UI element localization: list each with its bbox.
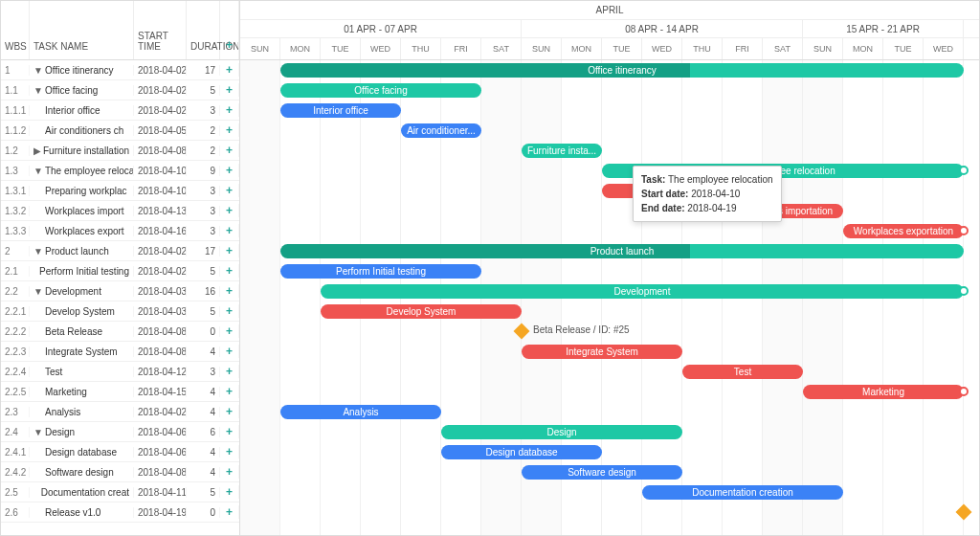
gantt-bar[interactable]: Analysis <box>280 405 441 419</box>
name-cell[interactable]: Design database <box>30 447 134 458</box>
name-cell[interactable]: ▼Product launch <box>30 246 134 257</box>
task-row[interactable]: 2.4▼Design2018-04-066+ <box>1 422 239 442</box>
name-cell[interactable]: ▼Office itinerancy <box>30 65 134 76</box>
toggle-icon[interactable]: ▼ <box>33 286 43 297</box>
name-cell[interactable]: Develop System <box>30 306 134 317</box>
gantt-bar[interactable]: Workplaces exportation <box>843 224 964 238</box>
plus-icon[interactable]: + <box>226 485 233 499</box>
milestone-diamond[interactable] <box>956 504 972 521</box>
task-row[interactable]: 1▼Office itinerancy2018-04-0217+ <box>1 60 239 80</box>
task-row[interactable]: 2.1Perform Initial testing2018-04-025+ <box>1 261 239 281</box>
plus-icon[interactable]: + <box>226 224 233 237</box>
add-cell[interactable]: + <box>220 445 239 458</box>
add-cell[interactable]: + <box>220 103 239 117</box>
name-cell[interactable]: Documentation creat <box>30 487 134 498</box>
gantt-bar[interactable]: Documentation creation <box>642 485 843 500</box>
toggle-icon[interactable]: ▼ <box>33 85 43 96</box>
plus-icon[interactable]: + <box>226 264 233 278</box>
gantt-bar[interactable]: Furniture insta... <box>522 144 602 158</box>
plus-icon[interactable]: + <box>226 83 233 97</box>
gantt-bar[interactable]: Interior office <box>280 103 401 118</box>
name-cell[interactable]: Analysis <box>30 407 134 417</box>
plus-icon[interactable]: + <box>226 425 233 438</box>
gantt-bar[interactable]: Test <box>682 365 803 379</box>
task-row[interactable]: 1.2▶Furniture installation2018-04-082+ <box>1 141 239 161</box>
name-cell[interactable]: Integrate System <box>30 346 134 357</box>
toggle-icon[interactable]: ▼ <box>33 246 43 257</box>
gantt-bar[interactable]: Perform Initial testing <box>280 264 481 279</box>
name-cell[interactable]: Software design <box>30 467 134 478</box>
gantt-bar[interactable]: Development <box>321 284 964 299</box>
add-cell[interactable]: + <box>220 365 239 378</box>
plus-icon[interactable]: + <box>226 465 233 479</box>
plus-icon[interactable]: + <box>226 164 233 177</box>
gantt-bar[interactable]: Design database <box>441 445 602 459</box>
add-cell[interactable]: + <box>220 485 239 499</box>
timeline-body[interactable]: Office itinerancyOffice facingInterior o… <box>240 60 979 535</box>
plus-icon[interactable]: + <box>226 204 233 217</box>
bar-end-handle[interactable] <box>959 226 969 235</box>
name-cell[interactable]: Marketing <box>30 387 134 397</box>
add-cell[interactable]: + <box>220 224 239 237</box>
add-cell[interactable]: + <box>220 83 239 97</box>
task-row[interactable]: 1.3.1Preparing workplac2018-04-103+ <box>1 181 239 201</box>
toggle-icon[interactable]: ▶ <box>33 145 41 156</box>
name-cell[interactable]: Release v1.0 <box>30 507 134 518</box>
task-row[interactable]: 2▼Product launch2018-04-0217+ <box>1 241 239 261</box>
plus-icon[interactable]: + <box>226 284 233 298</box>
bar-end-handle[interactable] <box>959 387 969 396</box>
name-cell[interactable]: ▼Development <box>30 286 134 297</box>
task-row[interactable]: 2.4.1Design database2018-04-064+ <box>1 442 239 462</box>
name-cell[interactable]: Beta Release <box>30 326 134 337</box>
name-cell[interactable]: Interior office <box>30 105 134 116</box>
bar-end-handle[interactable] <box>959 166 969 175</box>
task-row[interactable]: 1.1.2Air conditioners ch2018-04-052+ <box>1 121 239 141</box>
task-row[interactable]: 1.1▼Office facing2018-04-025+ <box>1 80 239 100</box>
add-cell[interactable]: + <box>220 425 239 438</box>
plus-icon[interactable]: + <box>226 244 233 257</box>
task-row[interactable]: 1.3.3Workplaces export2018-04-163+ <box>1 221 239 241</box>
name-cell[interactable]: ▼Office facing <box>30 85 134 96</box>
task-row[interactable]: 2.2.1Develop System2018-04-035+ <box>1 302 239 322</box>
gantt-bar[interactable]: Design <box>441 425 682 439</box>
add-cell[interactable]: + <box>220 244 239 257</box>
gantt-bar[interactable]: Integrate System <box>522 345 682 359</box>
name-cell[interactable]: ▼The employee relocat <box>30 166 134 176</box>
plus-icon[interactable]: + <box>226 445 233 458</box>
plus-icon[interactable]: + <box>226 505 233 519</box>
col-header-start[interactable]: START TIME <box>134 1 187 59</box>
add-cell[interactable]: + <box>220 264 239 278</box>
gantt-bar[interactable]: Office itinerancy <box>280 63 964 78</box>
plus-icon[interactable]: + <box>226 63 233 77</box>
gantt-bar[interactable]: Air conditioner... <box>401 123 481 138</box>
add-cell[interactable]: + <box>220 184 239 197</box>
add-cell[interactable]: + <box>220 304 239 318</box>
add-cell[interactable]: + <box>220 505 239 519</box>
task-row[interactable]: 2.2.5Marketing2018-04-154+ <box>1 382 239 402</box>
plus-icon[interactable]: + <box>226 304 233 318</box>
gantt-bar[interactable]: Develop System <box>321 304 522 319</box>
name-cell[interactable]: ▶Furniture installation <box>30 145 134 156</box>
gantt-bar[interactable]: Marketing <box>803 385 964 399</box>
toggle-icon[interactable]: ▼ <box>33 166 43 176</box>
add-cell[interactable]: + <box>220 144 239 157</box>
task-row[interactable]: 2.5Documentation creat2018-04-115+ <box>1 482 239 502</box>
add-cell[interactable]: + <box>220 345 239 358</box>
name-cell[interactable]: Workplaces export <box>30 226 134 236</box>
task-row[interactable]: 2.3Analysis2018-04-024+ <box>1 402 239 422</box>
name-cell[interactable]: Air conditioners ch <box>30 125 134 136</box>
add-cell[interactable]: + <box>220 123 239 137</box>
name-cell[interactable]: Preparing workplac <box>30 186 134 196</box>
add-cell[interactable]: + <box>220 324 239 338</box>
plus-icon[interactable]: + <box>226 345 233 358</box>
task-row[interactable]: 2.6Release v1.02018-04-190+ <box>1 502 239 523</box>
col-header-add[interactable]: + <box>220 1 239 59</box>
plus-icon[interactable]: + <box>226 405 233 418</box>
add-cell[interactable]: + <box>220 63 239 77</box>
add-cell[interactable]: + <box>220 465 239 479</box>
task-row[interactable]: 2.2.2Beta Release2018-04-080+ <box>1 322 239 342</box>
toggle-icon[interactable]: ▼ <box>33 65 43 76</box>
plus-icon[interactable]: + <box>226 38 233 52</box>
milestone-diamond[interactable] <box>514 324 530 340</box>
plus-icon[interactable]: + <box>226 123 233 137</box>
